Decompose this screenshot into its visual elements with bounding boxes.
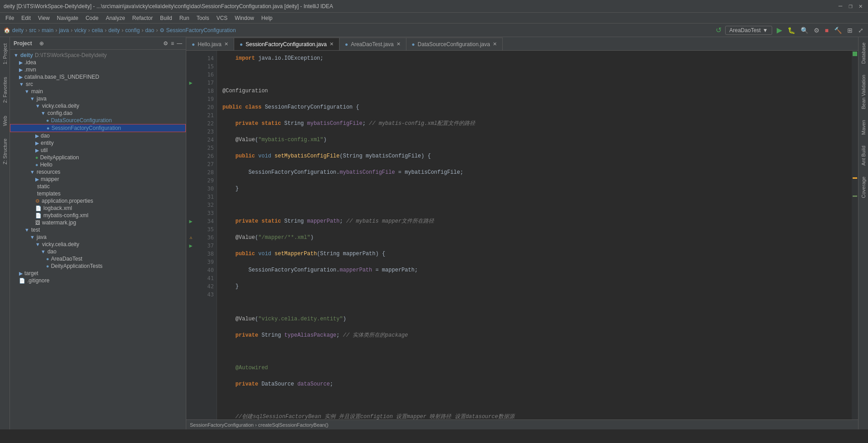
- nav-bar: 🏠 deity › src › main › java › vicky › ce…: [0, 24, 868, 37]
- run-arrow-17[interactable]: ▶: [189, 80, 192, 86]
- right-database-label[interactable]: Database: [860, 39, 867, 67]
- right-coverage-label[interactable]: Coverage: [860, 173, 867, 202]
- right-ant-label[interactable]: Ant Build: [860, 142, 867, 169]
- right-bean-label[interactable]: Bean Validation: [860, 71, 867, 113]
- nav-vicky[interactable]: vicky: [74, 27, 86, 33]
- tree-item-session-factory-config[interactable]: ● SessionFactoryConfiguration: [10, 124, 186, 132]
- panel-close-icon[interactable]: —: [177, 40, 182, 47]
- build-button[interactable]: 🔨: [833, 26, 843, 35]
- tree-item-java[interactable]: ▼ java: [10, 95, 186, 102]
- tree-item-gitignore[interactable]: 📄 .gitignore: [10, 277, 186, 284]
- menu-window[interactable]: Window: [231, 14, 258, 22]
- panel-scope-icon[interactable]: ⊕: [39, 40, 44, 47]
- nav-back-icon[interactable]: ↺: [716, 26, 722, 34]
- tree-item-config-dao[interactable]: ▼ config.dao: [10, 110, 186, 117]
- expand-button[interactable]: ⤢: [857, 26, 864, 35]
- menu-navigate[interactable]: Navigate: [53, 14, 82, 22]
- tree-item-src[interactable]: ▼ src: [10, 81, 186, 88]
- tab-session-factory[interactable]: ● SessionFactoryConfiguration.java ✕: [234, 38, 340, 50]
- code-content[interactable]: import java.io.IOException; @Configurati…: [217, 51, 852, 419]
- settings-button[interactable]: ⚙: [813, 26, 821, 35]
- run-config-dropdown-icon[interactable]: ▼: [763, 27, 768, 33]
- menu-edit[interactable]: Edit: [18, 14, 34, 22]
- tab-ds-close[interactable]: ✕: [493, 41, 497, 47]
- sidebar-web-label[interactable]: Web: [1, 111, 9, 130]
- sidebar-structure-label[interactable]: Z: Structure: [1, 134, 9, 169]
- tree-item-deity-app[interactable]: ● DeityApplication: [10, 154, 186, 161]
- run-arrow-37[interactable]: ▶: [189, 243, 192, 249]
- search-button[interactable]: 🔍: [800, 26, 809, 35]
- menu-tools[interactable]: Tools: [193, 14, 213, 22]
- run-button[interactable]: ▶: [776, 25, 783, 35]
- menu-code[interactable]: Code: [82, 14, 102, 22]
- menu-vcs[interactable]: VCS: [213, 14, 231, 22]
- minimize-button[interactable]: —: [837, 2, 844, 10]
- tree-item-idea[interactable]: ▶ .idea: [10, 59, 186, 66]
- sidebar-favorites-label[interactable]: 2: Favorites: [1, 72, 9, 107]
- panel-layout-icon[interactable]: ≡: [171, 40, 174, 47]
- nav-main[interactable]: main: [42, 27, 53, 33]
- tree-item-templates[interactable]: templates: [10, 190, 186, 197]
- menu-run[interactable]: Run: [176, 14, 193, 22]
- run-config[interactable]: AreaDaoTest ▼: [725, 26, 772, 35]
- nav-deity[interactable]: deity: [12, 27, 24, 33]
- tab-hello-close[interactable]: ✕: [224, 41, 228, 47]
- tree-item-util[interactable]: ▶ util: [10, 147, 186, 154]
- tree-item-catalina[interactable]: ▶ catalina.base_IS_UNDEFINED: [10, 73, 186, 81]
- tree-item-test[interactable]: ▼ test: [10, 226, 186, 233]
- sidebar-project-label[interactable]: 1: Project: [1, 39, 9, 69]
- tree-item-target[interactable]: ▶ target: [10, 270, 186, 277]
- tree-item-resources[interactable]: ▼ resources: [10, 168, 186, 176]
- maximize-button[interactable]: ❐: [847, 2, 854, 10]
- tree-item-test-vicky[interactable]: ▼ vicky.celia.deity: [10, 241, 186, 248]
- menu-help[interactable]: Help: [258, 14, 276, 22]
- menu-refactor[interactable]: Refactor: [129, 14, 156, 22]
- tab-hello[interactable]: ● Hello.java ✕: [186, 38, 234, 50]
- nav-java[interactable]: java: [59, 27, 69, 33]
- menu-build[interactable]: Build: [156, 14, 176, 22]
- menu-file[interactable]: File: [2, 14, 18, 22]
- nav-deity2[interactable]: deity: [108, 27, 120, 33]
- close-button[interactable]: ✕: [857, 2, 864, 10]
- tree-item-vicky-celia-deity[interactable]: ▼ vicky.celia.deity: [10, 102, 186, 110]
- tab-datasource[interactable]: ● DataSourceConfiguration.java ✕: [406, 38, 503, 50]
- tree-item-dao[interactable]: ▶ dao: [10, 132, 186, 139]
- tree-item-mybatis-config[interactable]: 📄 mybatis-config.xml: [10, 212, 186, 219]
- gutter-37[interactable]: ▶: [186, 242, 195, 250]
- tree-item-app-properties[interactable]: ⚙ application.properties: [10, 197, 186, 205]
- layout-button[interactable]: ⊞: [846, 26, 854, 35]
- nav-dao[interactable]: dao: [145, 27, 154, 33]
- debug-button[interactable]: 🐛: [787, 26, 796, 35]
- tree-item-mapper-folder[interactable]: ▶ mapper: [10, 176, 186, 183]
- menu-analyze[interactable]: Analyze: [102, 14, 129, 22]
- tree-item-datasource-config[interactable]: ● DataSourceConfiguration: [10, 117, 186, 124]
- tree-item-area-dao-test[interactable]: ● AreaDaoTest: [10, 255, 186, 262]
- gutter-17[interactable]: ▶: [186, 79, 195, 87]
- menu-view[interactable]: View: [34, 14, 53, 22]
- window-controls[interactable]: — ❐ ✕: [837, 2, 864, 10]
- nav-celia[interactable]: celia: [92, 27, 103, 33]
- tab-area-close[interactable]: ✕: [396, 41, 401, 47]
- tree-item-main[interactable]: ▼ main: [10, 88, 186, 95]
- panel-gear-icon[interactable]: ⚙: [163, 40, 168, 47]
- tree-item-hello[interactable]: ● Hello: [10, 161, 186, 168]
- tree-item-mvn[interactable]: ▶ .mvn: [10, 66, 186, 73]
- tab-session-close[interactable]: ✕: [330, 41, 334, 47]
- tree-item-watermark[interactable]: 🖼 watermark.jpg: [10, 219, 186, 226]
- stop-button[interactable]: ■: [824, 26, 830, 35]
- gutter-34[interactable]: ▶: [186, 217, 195, 225]
- nav-config[interactable]: config: [125, 27, 140, 33]
- right-maven-label[interactable]: Maven: [860, 116, 867, 138]
- gutter-32: [186, 201, 195, 209]
- tree-item-entity[interactable]: ▶ entity: [10, 139, 186, 147]
- tree-item-deity-app-tests[interactable]: ● DeityApplicationTests: [10, 262, 186, 270]
- run-arrow-34[interactable]: ▶: [189, 218, 192, 225]
- tree-item-test-dao[interactable]: ▼ dao: [10, 248, 186, 255]
- tree-item-logback[interactable]: 📄 logback.xml: [10, 205, 186, 212]
- nav-src[interactable]: src: [29, 27, 36, 33]
- tree-item-deity-root[interactable]: ▼ deity D:\ITS\WorkSpace-Deity\deity: [10, 52, 186, 59]
- tree-item-static[interactable]: static: [10, 183, 186, 190]
- tree-item-test-java[interactable]: ▼ java: [10, 233, 186, 241]
- nav-class[interactable]: ⚙ SessionFactoryConfiguration: [160, 27, 236, 33]
- tab-area-dao[interactable]: ● AreaDaoTest.java ✕: [340, 38, 406, 50]
